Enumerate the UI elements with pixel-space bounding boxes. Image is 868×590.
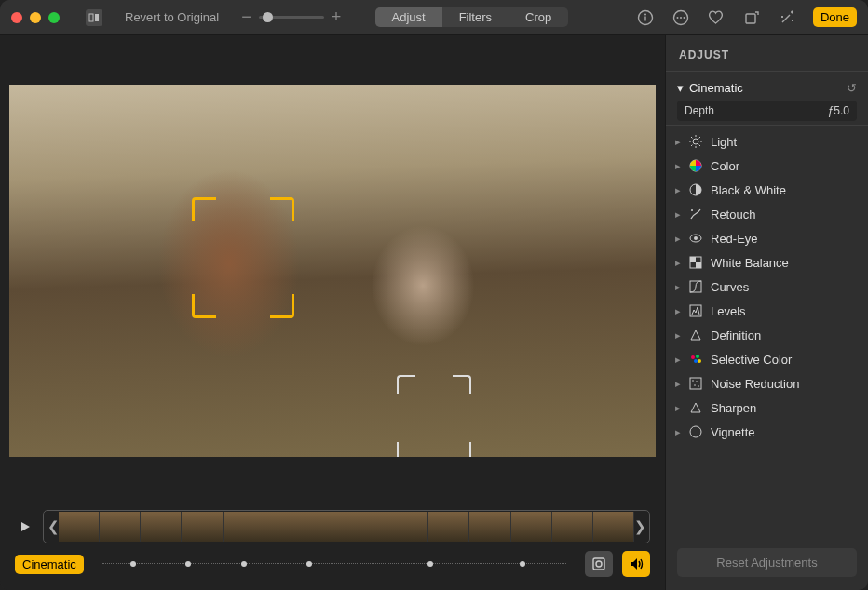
adj-vignette[interactable]: ▸Vignette — [666, 420, 868, 444]
adj-selcolor[interactable]: ▸Selective Color — [666, 347, 868, 371]
chevron-right-icon: ▸ — [675, 160, 681, 172]
svg-rect-9 — [746, 14, 755, 23]
adj-label: Light — [711, 135, 737, 149]
chevron-right-icon: ▸ — [675, 305, 681, 317]
cinematic-header[interactable]: ▾ Cinematic ↺ — [677, 81, 857, 95]
play-button[interactable] — [15, 516, 35, 537]
revert-button[interactable]: Revert to Original — [125, 10, 219, 24]
focus-keyframe[interactable] — [306, 561, 312, 567]
autoenhance-icon[interactable] — [778, 8, 796, 27]
adj-noise[interactable]: ▸Noise Reduction — [666, 371, 868, 396]
thumbnail[interactable] — [469, 512, 510, 542]
adj-levels[interactable]: ▸Levels — [666, 299, 868, 323]
thumbnail[interactable] — [346, 512, 387, 542]
playback-controls: ❮ ❯ Cinematic — [0, 497, 665, 590]
thumbnail[interactable] — [182, 512, 223, 542]
adj-wb[interactable]: ▸White Balance — [666, 250, 868, 275]
levels-icon — [688, 303, 703, 318]
tab-filters[interactable]: Filters — [442, 7, 509, 27]
whitebalance-icon — [688, 255, 703, 270]
thumbnail[interactable] — [552, 512, 593, 542]
redeye-icon — [688, 231, 703, 246]
favorite-icon[interactable] — [707, 8, 726, 27]
done-button[interactable]: Done — [813, 7, 857, 27]
more-icon[interactable] — [671, 8, 690, 27]
app-window: Revert to Original − + Adjust Filters Cr… — [0, 0, 868, 590]
tab-crop[interactable]: Crop — [509, 7, 568, 27]
thumbnail[interactable] — [387, 512, 428, 542]
chevron-right-icon: ▸ — [675, 136, 681, 148]
titlebar: Revert to Original − + Adjust Filters Cr… — [0, 0, 868, 35]
undo-icon[interactable]: ↺ — [847, 81, 857, 95]
svg-point-12 — [693, 139, 698, 144]
depth-row[interactable]: Depth ƒ5.0 — [677, 101, 857, 121]
chevron-right-icon: ▸ — [675, 257, 681, 269]
zoom-out-icon[interactable]: − — [241, 7, 251, 27]
viewer[interactable] — [0, 35, 665, 497]
adjustments-list: ▸Light ▸Color ▸Black & White ▸Retouch ▸R… — [666, 126, 868, 539]
focus-track[interactable] — [102, 561, 566, 567]
adj-retouch[interactable]: ▸Retouch — [666, 202, 868, 226]
adj-redeye[interactable]: ▸Red-Eye — [666, 226, 868, 250]
focus-keyframe[interactable] — [185, 561, 191, 567]
minimize-window-button[interactable] — [30, 12, 41, 23]
svg-rect-1 — [95, 14, 99, 21]
adj-color[interactable]: ▸Color — [666, 154, 868, 178]
focus-keyframe[interactable] — [130, 561, 136, 567]
thumbnail[interactable] — [141, 512, 182, 542]
adj-sharpen[interactable]: ▸Sharpen — [666, 396, 868, 420]
thumbnail[interactable] — [264, 512, 305, 542]
focus-keyframe[interactable] — [520, 561, 525, 567]
cinematic-badge[interactable]: Cinematic — [15, 555, 84, 574]
adj-label: Definition — [711, 329, 761, 342]
svg-rect-4 — [644, 16, 645, 20]
rotate-icon[interactable] — [742, 8, 761, 27]
reset-adjustments-button[interactable]: Reset Adjustments — [677, 548, 857, 577]
svg-point-39 — [698, 385, 699, 387]
adj-label: Black & White — [711, 183, 786, 197]
cinematic-label: Cinematic — [689, 81, 743, 95]
focus-keyframe[interactable] — [241, 561, 247, 567]
chevron-right-icon: ▸ — [675, 329, 681, 342]
svg-point-36 — [692, 380, 694, 382]
prev-clip-icon[interactable]: ❮ — [47, 518, 59, 535]
window-controls — [11, 12, 60, 23]
sharpen-icon — [688, 400, 703, 415]
thumbnail[interactable] — [305, 512, 346, 542]
focus-lock-button[interactable] — [585, 551, 613, 577]
fullscreen-window-button[interactable] — [48, 12, 60, 23]
thumbnail[interactable] — [100, 512, 141, 542]
primary-focus-indicator[interactable] — [192, 197, 294, 318]
zoom-knob[interactable] — [263, 12, 273, 22]
zoom-in-icon[interactable]: + — [332, 7, 342, 27]
tab-adjust[interactable]: Adjust — [375, 7, 442, 27]
focus-keyframe[interactable] — [427, 561, 433, 567]
thumbnail[interactable] — [511, 512, 552, 542]
audio-button[interactable] — [622, 551, 650, 577]
toolbar-actions: Done — [636, 7, 857, 27]
curves-icon — [688, 279, 703, 294]
filmstrip[interactable]: ❮ ❯ — [43, 510, 650, 543]
zoom-slider[interactable] — [259, 16, 324, 19]
adj-bw[interactable]: ▸Black & White — [666, 178, 868, 202]
video-frame[interactable] — [9, 85, 656, 457]
thumbnail[interactable] — [428, 512, 469, 542]
adj-curves[interactable]: ▸Curves — [666, 275, 868, 299]
svg-line-17 — [691, 137, 692, 138]
close-window-button[interactable] — [11, 12, 22, 23]
view-toggle[interactable] — [86, 9, 102, 26]
next-clip-icon[interactable]: ❯ — [634, 518, 645, 535]
info-icon[interactable] — [636, 8, 655, 27]
adj-label: Levels — [711, 304, 746, 318]
zoom-control[interactable]: − + — [241, 7, 341, 27]
frames[interactable] — [59, 512, 634, 542]
adj-light[interactable]: ▸Light — [666, 129, 868, 154]
thumbnail[interactable] — [59, 512, 100, 542]
main-area: ❮ ❯ Cinematic — [0, 35, 665, 590]
noise-icon — [688, 376, 703, 391]
thumbnail[interactable] — [224, 512, 264, 542]
chevron-right-icon: ▸ — [675, 378, 681, 390]
thumbnail[interactable] — [593, 512, 634, 542]
adj-definition[interactable]: ▸Definition — [666, 323, 868, 347]
secondary-focus-indicator[interactable] — [397, 375, 471, 457]
